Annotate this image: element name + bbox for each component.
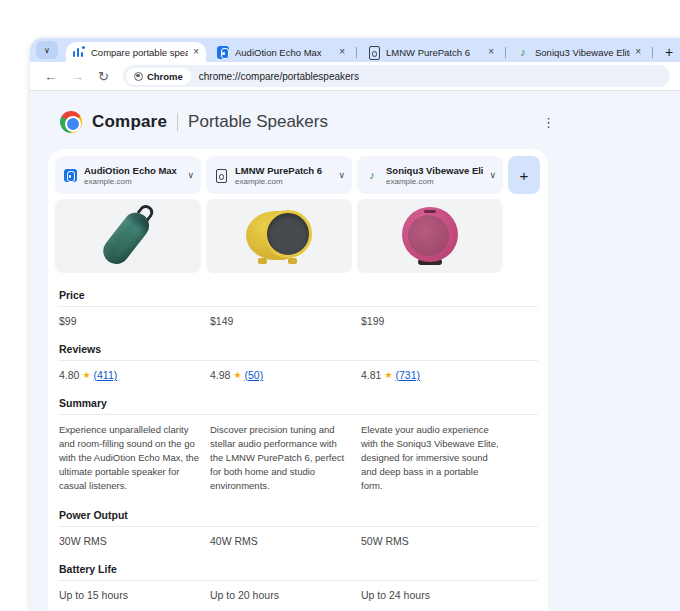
chrome-chip-label: Chrome: [147, 71, 183, 82]
speaker-dark-icon: [368, 46, 380, 58]
power-value: 30W RMS: [59, 535, 205, 547]
product-domain: example.com: [386, 177, 483, 186]
battery-value: Up to 24 hours: [361, 589, 507, 601]
chrome-logo-icon: [60, 111, 82, 133]
tab-label: LMNW PurePatch 6: [386, 47, 483, 58]
tab-separator: [652, 47, 653, 58]
row-power-output: Power Output 30W RMS 40W RMS 50W RMS: [58, 509, 538, 547]
teal-speaker-illustration: [98, 208, 154, 270]
product-image-row: [55, 199, 541, 273]
tab-label: AudiOtion Echo Max: [235, 47, 334, 58]
url-text: chrome://compare/portablespeakers: [199, 71, 359, 82]
chrome-chip[interactable]: Chrome: [126, 68, 191, 85]
product-selector-3[interactable]: ♪ Soniqu3 Vibewave Elite example.com ∨: [357, 156, 503, 194]
reviews-count-link[interactable]: (411): [94, 369, 118, 381]
star-icon: ★: [384, 370, 392, 380]
row-label: Power Output: [58, 509, 538, 521]
forward-button[interactable]: →: [71, 70, 84, 83]
summary-value: Elevate your audio experience with the S…: [361, 423, 507, 493]
chrome-icon: [134, 72, 143, 81]
summary-value: Discover precision tuning and stellar au…: [210, 423, 356, 493]
product-domain: example.com: [235, 177, 332, 186]
selector-text: Soniqu3 Vibewave Elite example.com: [386, 165, 483, 186]
tab-lmnw-purepatch-6[interactable]: LMNW PurePatch 6 ×: [361, 42, 501, 62]
selector-text: AudiOtion Echo Max example.com: [84, 165, 181, 186]
yellow-speaker-illustration: [246, 208, 312, 264]
price-value: $199: [361, 315, 507, 327]
rating-value: 4.81: [361, 369, 381, 381]
tab-compare-portable-speakers[interactable]: Compare portable speakers ×: [66, 42, 206, 62]
browser-window: ∨ Compare portable speakers × AudiOtion …: [30, 38, 680, 611]
star-icon: ★: [82, 370, 90, 380]
close-icon[interactable]: ×: [635, 47, 641, 57]
row-label: Price: [58, 289, 538, 301]
row-summary: Summary Experience unparalleled clarity …: [58, 397, 538, 493]
product-selector-1[interactable]: AudiOtion Echo Max example.com ∨: [55, 156, 201, 194]
reviews-value: 4.80 ★ (411): [59, 369, 205, 381]
page-content: Compare Portable Speakers ⋮ AudiOtion Ec…: [30, 90, 680, 611]
tab-label: Compare portable speakers: [91, 47, 188, 58]
close-icon[interactable]: ×: [488, 47, 494, 57]
power-value: 50W RMS: [361, 535, 507, 547]
reload-button[interactable]: ↻: [98, 70, 109, 83]
address-bar[interactable]: Chrome chrome://compare/portablespeakers: [123, 65, 670, 87]
chevron-down-icon[interactable]: ∨: [489, 170, 496, 180]
reviews-value: 4.98 ★ (50): [210, 369, 356, 381]
row-battery-life: Battery Life Up to 15 hours Up to 20 hou…: [58, 563, 538, 601]
tab-label: Soniqu3 Vibewave Elite: [535, 47, 630, 58]
page-title: Portable Speakers: [188, 112, 328, 132]
reviews-count-link[interactable]: (50): [245, 369, 264, 381]
product-domain: example.com: [84, 177, 181, 186]
rating-value: 4.80: [59, 369, 79, 381]
tab-strip: ∨ Compare portable speakers × AudiOtion …: [30, 38, 680, 62]
tab-soniqu3-vibewave-elite[interactable]: ♪ Soniqu3 Vibewave Elite ×: [510, 42, 648, 62]
row-divider: [58, 580, 538, 581]
back-button[interactable]: ←: [44, 70, 57, 83]
row-divider: [58, 360, 538, 361]
browser-toolbar: ← → ↻ Chrome chrome://compare/portablesp…: [30, 62, 680, 90]
comparison-rows: Price $99 $149 $199 Reviews: [55, 289, 541, 611]
compare-icon: [73, 46, 85, 58]
star-icon: ★: [233, 370, 241, 380]
close-icon[interactable]: ×: [193, 47, 199, 57]
tab-audiotion-echo-max[interactable]: AudiOtion Echo Max ×: [210, 42, 352, 62]
tab-search-button[interactable]: ∨: [36, 41, 58, 59]
row-divider: [58, 306, 538, 307]
product-selector-2[interactable]: LMNW PurePatch 6 example.com ∨: [206, 156, 352, 194]
music-note-icon: ♪: [517, 46, 529, 58]
page-header: Compare Portable Speakers: [60, 111, 680, 133]
reviews-count-link[interactable]: (731): [396, 369, 421, 381]
row-label: Summary: [58, 397, 538, 409]
chevron-down-icon[interactable]: ∨: [338, 170, 345, 180]
summary-value: Experience unparalleled clarity and room…: [59, 423, 205, 493]
row-divider: [58, 414, 538, 415]
product-image-2: [206, 199, 352, 273]
chevron-down-icon: ∨: [44, 46, 50, 55]
speaker-blue-icon: [62, 167, 78, 183]
close-icon[interactable]: ×: [339, 47, 345, 57]
product-name: Soniqu3 Vibewave Elite: [386, 165, 483, 176]
row-label: Battery Life: [58, 563, 538, 575]
rating-value: 4.98: [210, 369, 230, 381]
speaker-blue-icon: [217, 46, 229, 58]
price-value: $149: [210, 315, 356, 327]
plus-icon: +: [665, 44, 673, 60]
product-name: AudiOtion Echo Max: [84, 165, 181, 176]
new-tab-button[interactable]: +: [659, 42, 679, 62]
row-price: Price $99 $149 $199: [58, 289, 538, 327]
power-value: 40W RMS: [210, 535, 356, 547]
battery-value: Up to 15 hours: [59, 589, 205, 601]
screenshot-canvas: ∨ Compare portable speakers × AudiOtion …: [0, 0, 680, 611]
product-image-1: [55, 199, 201, 273]
row-label: Reviews: [58, 343, 538, 355]
product-name: LMNW PurePatch 6: [235, 165, 332, 176]
battery-value: Up to 20 hours: [210, 589, 356, 601]
pink-speaker-illustration: [401, 207, 459, 265]
add-product-button[interactable]: +: [508, 156, 540, 194]
chevron-down-icon[interactable]: ∨: [187, 170, 194, 180]
title-divider: [177, 113, 178, 131]
product-selector-row: AudiOtion Echo Max example.com ∨ LMNW Pu…: [55, 156, 541, 194]
more-menu-button[interactable]: ⋮: [538, 113, 559, 132]
product-image-3: [357, 199, 503, 273]
speaker-dark-icon: [213, 167, 229, 183]
